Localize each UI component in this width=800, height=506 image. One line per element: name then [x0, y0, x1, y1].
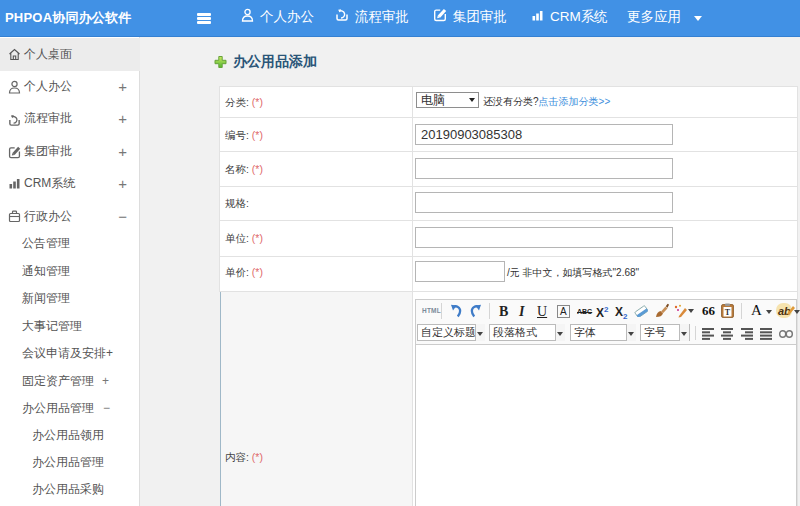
svg-text:T: T [725, 308, 731, 317]
